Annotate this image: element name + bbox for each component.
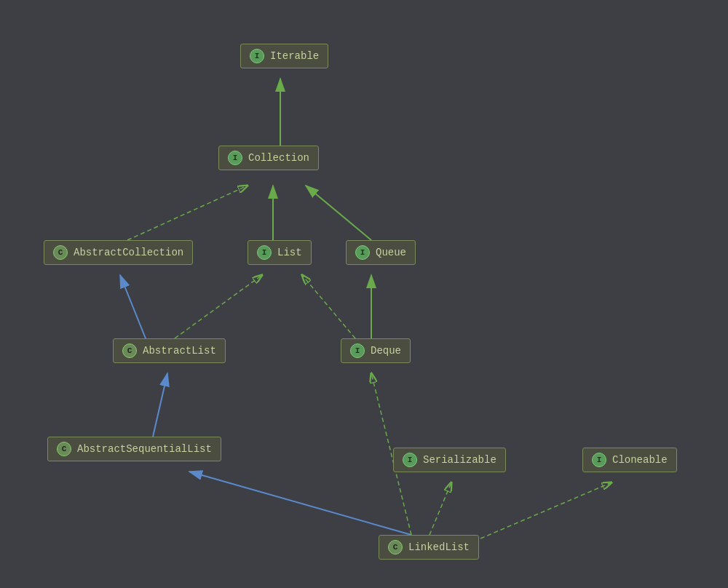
badge-collection: I [228,151,242,165]
label-iterable: Iterable [270,50,319,62]
label-collection: Collection [248,152,309,164]
label-serializable: Serializable [423,454,496,466]
abstractsequentiallist-to-abstractlist [153,373,167,437]
node-deque[interactable]: I Deque [341,338,411,363]
badge-deque: I [350,343,365,358]
queue-to-collection [306,186,371,240]
label-abstractlist: AbstractList [143,345,216,357]
diagram-container: I Iterable I Collection C AbstractCollec… [0,0,728,588]
deque-to-list [302,275,355,338]
label-abstractsequentiallist: AbstractSequentialList [77,443,212,455]
node-abstract-list[interactable]: C AbstractList [113,338,226,363]
node-abstract-sequential-list[interactable]: C AbstractSequentialList [47,437,221,461]
label-abstractcollection: AbstractCollection [74,247,183,258]
badge-list: I [257,245,272,260]
linkedlist-to-abstractsequentiallist [189,472,411,535]
node-collection[interactable]: I Collection [218,146,319,170]
node-abstract-collection[interactable]: C AbstractCollection [44,240,193,265]
badge-cloneable: I [592,453,606,467]
badge-abstractsequentiallist: C [57,442,71,456]
node-queue[interactable]: I Queue [346,240,416,265]
label-queue: Queue [376,247,406,258]
abstractlist-to-abstractcollection [120,275,146,338]
connections-svg [0,0,728,588]
badge-linkedlist: C [388,540,403,555]
label-linkedlist: LinkedList [408,541,470,553]
badge-serializable: I [403,453,417,467]
node-list[interactable]: I List [248,240,312,265]
linkedlist-to-cloneable [480,482,612,539]
node-iterable[interactable]: I Iterable [240,44,328,68]
badge-abstractcollection: C [53,245,68,260]
node-linkedlist[interactable]: C LinkedList [379,535,479,560]
linkedlist-to-serializable [430,482,451,535]
abstractlist-to-list [175,275,262,338]
badge-abstractlist: C [122,343,137,358]
label-list: List [277,247,302,258]
node-cloneable[interactable]: I Cloneable [582,448,677,472]
label-deque: Deque [371,345,401,357]
node-serializable[interactable]: I Serializable [393,448,506,472]
abstractcollection-to-collection [127,186,248,240]
badge-queue: I [355,245,370,260]
label-cloneable: Cloneable [612,454,668,466]
badge-iterable: I [250,49,264,63]
